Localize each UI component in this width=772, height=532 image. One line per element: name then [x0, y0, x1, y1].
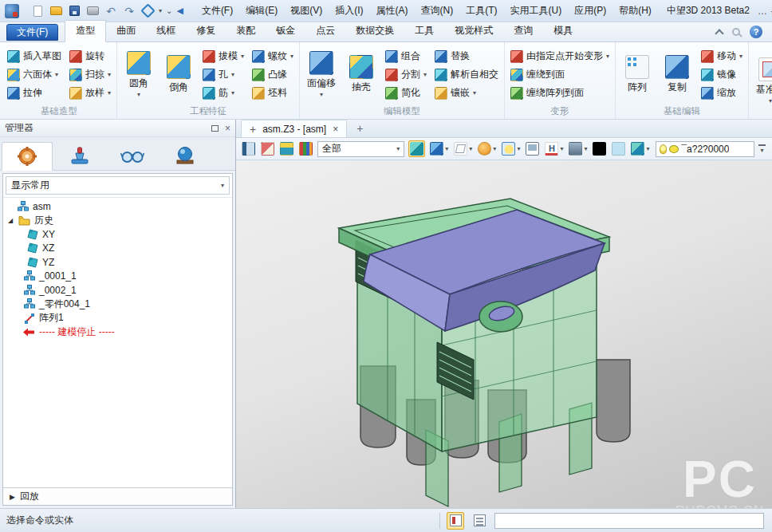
move-button[interactable]: 移动▾	[699, 49, 745, 64]
filter-button[interactable]	[298, 141, 313, 156]
wireframe-view-button[interactable]: ▾	[453, 141, 473, 156]
datum-plane-button[interactable]: 基准面▾	[752, 57, 772, 105]
stock-button[interactable]: 坯料	[250, 85, 296, 100]
document-tab-active[interactable]: + asm.Z3 - [asm] ×	[241, 120, 347, 137]
chamfer-button[interactable]: 倒角	[160, 54, 197, 95]
playback-bar[interactable]: ▶ 回放	[3, 487, 232, 505]
new-file-button[interactable]	[30, 4, 45, 18]
new-document-tab-button[interactable]: +	[347, 122, 372, 137]
view-orientation-button[interactable]: ▾	[477, 141, 497, 156]
tab-mold[interactable]: 模具	[543, 21, 583, 41]
print-button[interactable]	[85, 4, 100, 18]
qat-customize-button[interactable]: ⌄	[166, 7, 172, 15]
combine-button[interactable]: 组合	[383, 49, 429, 64]
tab-assembly[interactable]: 装配	[226, 21, 266, 41]
regen-dropdown[interactable]: ▾	[159, 8, 162, 14]
dimension-display-button[interactable]: H▾	[544, 141, 564, 156]
tab-visualstyle[interactable]: 视觉样式	[444, 21, 503, 41]
color-swatch-lightblue[interactable]	[611, 141, 626, 156]
menu-file[interactable]: 文件(F)	[195, 2, 239, 20]
tab-dataexchange[interactable]: 数据交换	[345, 21, 404, 41]
color-swatch-black[interactable]	[592, 141, 607, 156]
menu-application[interactable]: 应用(P)	[568, 2, 612, 20]
command-input[interactable]	[494, 513, 764, 529]
deform-from-point-button[interactable]: 由指定点开始变形▾	[508, 49, 612, 64]
sweep-button[interactable]: 扫掠▾	[67, 67, 113, 82]
zoom-button[interactable]: ▾	[501, 141, 521, 156]
background-button[interactable]: ▾	[568, 141, 588, 156]
undo-button[interactable]: ↶	[104, 4, 118, 18]
inlay-button[interactable]: 镶嵌▾	[432, 85, 501, 100]
hole-button[interactable]: 孔▾	[200, 67, 246, 82]
menu-help[interactable]: 帮助(H)	[612, 2, 658, 20]
tab-surface[interactable]: 曲面	[106, 21, 146, 41]
shaded-view-button[interactable]: ▾	[429, 141, 449, 156]
tree-item-plane-yz[interactable]: YZ	[3, 255, 232, 270]
loft-button[interactable]: 放样▾	[67, 85, 113, 100]
tree-item-component-0002[interactable]: _0002_1	[3, 283, 232, 298]
menu-insert[interactable]: 插入(I)	[329, 2, 369, 20]
menu-view[interactable]: 视图(V)	[284, 2, 329, 20]
revolve-button[interactable]: 旋转	[67, 49, 113, 64]
menu-inquire[interactable]: 查询(N)	[415, 2, 460, 20]
entity-filter-select[interactable]: 全部 ▾	[317, 141, 404, 157]
tab-shape[interactable]: 造型	[65, 20, 106, 42]
viewport-3d[interactable]: PC PHPCMS.CN	[236, 160, 772, 508]
mirror-button[interactable]: 镜像	[699, 67, 745, 82]
show-hide-button[interactable]	[279, 141, 294, 156]
menu-edit[interactable]: 编辑(E)	[239, 2, 284, 20]
rib-button[interactable]: 筋▾	[200, 85, 246, 100]
window-display-button[interactable]	[525, 141, 540, 156]
expander-icon[interactable]: ◢	[6, 217, 14, 224]
wrap-to-face-button[interactable]: 缠绕到面	[508, 67, 612, 82]
box-button[interactable]: 六面体▾	[5, 67, 64, 82]
scale-button[interactable]: 缩放	[699, 85, 745, 100]
tab-pointcloud[interactable]: 点云	[305, 21, 345, 41]
tab-visual-manager[interactable]	[160, 141, 211, 170]
redo-button[interactable]: ↷	[122, 4, 136, 18]
qat-collapse-icon[interactable]: ◀	[176, 6, 183, 16]
panel-float-button[interactable]	[211, 125, 219, 132]
tab-history-manager[interactable]	[2, 142, 53, 171]
file-menu-button[interactable]: 文件(F)	[6, 24, 58, 41]
help-icon[interactable]: ?	[750, 26, 762, 38]
menu-utilities[interactable]: 实用工具(U)	[504, 2, 569, 20]
list-button[interactable]	[471, 512, 488, 530]
lip-button[interactable]: 凸缘	[250, 67, 296, 82]
tree-item-plane-xz[interactable]: XZ	[3, 242, 232, 256]
tab-close-icon[interactable]: ×	[333, 124, 338, 135]
tab-inquire[interactable]: 查询	[503, 21, 543, 41]
panel-close-button[interactable]: ×	[225, 123, 230, 134]
face-offset-button[interactable]: 面偏移▾	[303, 50, 340, 99]
tree-item-asm[interactable]: asm	[3, 199, 232, 214]
resolve-selfintersect-button[interactable]: 解析自相交	[432, 67, 501, 82]
tab-tools[interactable]: 工具	[404, 21, 444, 41]
thread-button[interactable]: 螺纹▾	[250, 49, 296, 64]
tab-wireframe[interactable]: 线框	[146, 21, 186, 41]
tree-item-component-0001[interactable]: _0001_1	[3, 270, 232, 284]
layer-display-button[interactable]: ▾	[630, 141, 650, 156]
menu-attribute[interactable]: 属性(A)	[370, 2, 415, 20]
tree-item-modeling-stop[interactable]: ----- 建模停止 -----	[3, 325, 232, 340]
divide-button[interactable]: 分割▾	[383, 67, 429, 82]
tree-item-pattern1[interactable]: 阵列1	[3, 311, 232, 325]
pick-tool-button[interactable]	[408, 140, 425, 157]
wrap-pattern-to-face-button[interactable]: 缠绕阵列到面	[508, 85, 612, 100]
exit-button[interactable]	[241, 141, 256, 156]
tab-sheetmetal[interactable]: 钣金	[266, 21, 305, 41]
regen-button[interactable]	[140, 4, 155, 18]
pattern-button[interactable]: 阵列	[619, 54, 656, 95]
insert-sketch-button[interactable]: 插入草图	[5, 49, 64, 64]
ribbon-collapse-icon[interactable]	[715, 29, 723, 37]
dimension-filter-button[interactable]	[447, 512, 464, 530]
save-button[interactable]	[67, 4, 81, 18]
open-file-button[interactable]	[49, 4, 63, 18]
more-button[interactable]: …	[758, 5, 767, 18]
replace-button[interactable]: 替换	[432, 49, 501, 64]
simplify-button[interactable]: 简化	[383, 85, 429, 100]
draft-button[interactable]: 拔模▾	[200, 49, 246, 64]
search-icon[interactable]	[732, 28, 740, 36]
display-filter-select[interactable]: 显示常用 ▾	[6, 176, 230, 195]
copy-button[interactable]: 复制	[659, 54, 695, 95]
shell-button[interactable]: 抽壳	[343, 54, 380, 95]
